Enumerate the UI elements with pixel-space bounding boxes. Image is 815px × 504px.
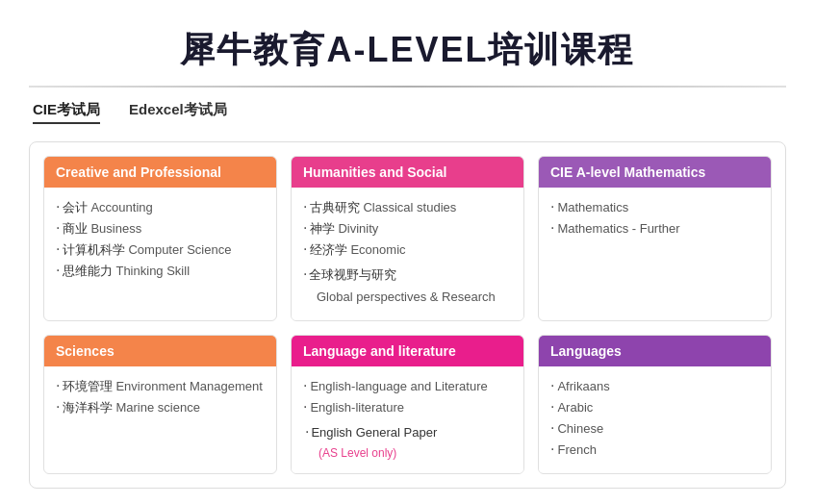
list-item-text: English General Paper xyxy=(305,418,512,444)
list-item: 计算机科学Computer Science xyxy=(56,239,265,261)
card-creative-header: Creative and Professional xyxy=(44,157,276,188)
list-item: 会计Accounting xyxy=(56,197,265,218)
card-sciences-body: 环境管理Environment Management 海洋科学Marine sc… xyxy=(44,366,276,430)
card-sciences: Sciences 环境管理Environment Management 海洋科学… xyxy=(43,335,277,474)
list-item: Mathematics xyxy=(550,197,759,218)
card-sciences-header: Sciences xyxy=(44,336,276,366)
list-item: 商业Business xyxy=(56,218,265,239)
card-lang-lit-body: English-language and Literature English-… xyxy=(292,366,523,473)
card-humanities-body: 古典研究Classical studies 神学Divinity 经济学Econ… xyxy=(292,188,523,320)
list-item: English-literature xyxy=(303,397,512,418)
list-item: 神学Divinity xyxy=(303,218,512,239)
card-cie-math-body: Mathematics Mathematics - Further xyxy=(539,188,771,251)
list-item: 环境管理Environment Management xyxy=(56,376,265,397)
card-cie-math-header: CIE A-level Mathematics xyxy=(539,157,771,188)
list-item-note: (AS Level only) xyxy=(305,444,512,462)
card-cie-math: CIE A-level Mathematics Mathematics Math… xyxy=(538,156,772,321)
list-item: 古典研究Classical studies xyxy=(303,197,512,218)
tab-cie[interactable]: CIE考试局 xyxy=(33,101,100,124)
list-item: 思维能力Thinking Skill xyxy=(56,261,265,282)
list-item: English-language and Literature xyxy=(303,376,512,397)
card-humanities: Humanities and Social 古典研究Classical stud… xyxy=(291,156,524,321)
list-item: French xyxy=(550,440,759,461)
tabs: CIE考试局 Edexcel考试局 xyxy=(29,101,786,124)
page-wrapper: 犀牛教育A-LEVEL培训课程 CIE考试局 Edexcel考试局 Creati… xyxy=(0,0,815,504)
card-lang-lit-header: Language and literature xyxy=(292,336,523,366)
list-item: Mathematics - Further xyxy=(550,218,759,239)
card-humanities-header: Humanities and Social xyxy=(292,157,523,188)
list-item: English General Paper (AS Level only) xyxy=(303,418,512,462)
card-lang-lit: Language and literature English-language… xyxy=(291,335,524,474)
list-item: Arabic xyxy=(550,397,759,418)
divider xyxy=(29,86,786,88)
list-item: 海洋科学Marine science xyxy=(56,397,265,418)
card-creative-body: 会计Accounting 商业Business 计算机科学Computer Sc… xyxy=(44,188,276,293)
card-creative: Creative and Professional 会计Accounting 商… xyxy=(43,156,277,321)
list-item: 经济学Economic xyxy=(303,239,512,261)
page-title: 犀牛教育A-LEVEL培训课程 xyxy=(29,10,786,86)
list-item: Afrikaans xyxy=(550,376,759,397)
list-item: 全球视野与研究 Global perspectives & Research xyxy=(303,261,512,308)
cards-container: Creative and Professional 会计Accounting 商… xyxy=(29,141,786,489)
cards-grid: Creative and Professional 会计Accounting 商… xyxy=(43,156,772,474)
list-item: Chinese xyxy=(550,418,759,440)
card-languages: Languages Afrikaans Arabic Chinese Frenc… xyxy=(538,335,772,474)
card-languages-body: Afrikaans Arabic Chinese French xyxy=(539,366,771,472)
card-languages-header: Languages xyxy=(539,336,771,366)
tab-edexcel[interactable]: Edexcel考试局 xyxy=(129,101,227,124)
